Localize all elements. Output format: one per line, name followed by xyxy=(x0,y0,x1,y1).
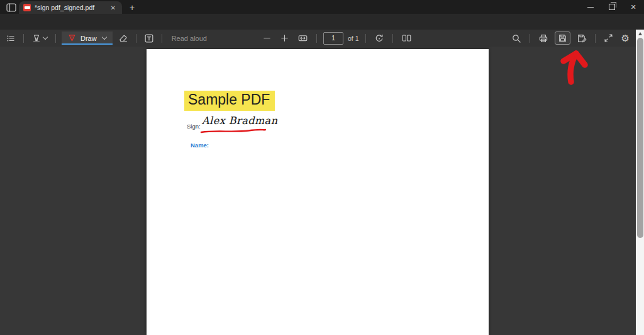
rotate-icon xyxy=(374,33,384,43)
pdf-page: Sample PDF Sign: Alex Bradman Name: xyxy=(147,49,489,335)
scrollbar-thumb[interactable] xyxy=(637,38,643,238)
minimize-icon xyxy=(587,7,594,8)
toolbar-divider xyxy=(392,34,393,43)
pdf-toolbar-right: ⚙ xyxy=(509,30,631,47)
fullscreen-button[interactable] xyxy=(602,31,615,45)
toolbar-divider xyxy=(55,34,56,43)
table-of-contents-icon xyxy=(6,33,16,43)
title-bar: *sign pdf_signed.pdf ✕ + ✕ xyxy=(0,0,644,14)
name-label: Name: xyxy=(191,142,209,149)
plus-icon xyxy=(280,33,289,43)
add-text-icon xyxy=(144,33,154,43)
search-icon xyxy=(511,33,521,43)
fit-to-width-button[interactable] xyxy=(296,31,310,45)
eraser-icon xyxy=(118,33,128,43)
save-as-button[interactable] xyxy=(575,31,589,45)
toolbar-divider xyxy=(595,34,596,43)
toolbar-divider xyxy=(23,34,24,43)
vertical-scrollbar[interactable] xyxy=(636,30,644,335)
toolbar-divider xyxy=(162,34,162,43)
page-number-input[interactable] xyxy=(323,32,343,45)
search-document-button[interactable] xyxy=(509,31,523,45)
pdf-file-icon xyxy=(23,4,31,11)
page-view-button[interactable] xyxy=(399,31,414,45)
scrollbar-up-arrow-icon[interactable] xyxy=(638,32,642,35)
page-view-icon xyxy=(401,33,412,43)
tab-title: *sign pdf_signed.pdf xyxy=(35,4,105,11)
zoom-in-button[interactable] xyxy=(278,31,291,45)
page-count-label: of 1 xyxy=(348,35,359,42)
pdf-toolbar-left: Draw Read aloud xyxy=(4,30,207,47)
document-title-highlighted: Sample PDF xyxy=(184,91,275,111)
settings-gear-icon[interactable]: ⚙ xyxy=(619,31,631,45)
table-of-contents-button[interactable] xyxy=(4,31,18,45)
restore-icon xyxy=(609,4,615,10)
pdf-viewer-canvas: Sample PDF Sign: Alex Bradman Name: xyxy=(0,47,644,335)
erase-tool-button[interactable] xyxy=(116,31,130,45)
zoom-out-button[interactable] xyxy=(260,31,274,45)
toolbar-divider xyxy=(316,34,317,43)
pdf-toolbar-center: of 1 xyxy=(260,30,414,47)
save-as-icon xyxy=(577,33,587,43)
save-icon xyxy=(558,33,567,43)
read-aloud-button[interactable]: Read aloud xyxy=(172,35,207,42)
toolbar-divider xyxy=(365,34,366,43)
restore-button[interactable] xyxy=(601,0,623,14)
close-button[interactable]: ✕ xyxy=(623,0,644,14)
rotate-button[interactable] xyxy=(372,31,386,45)
fit-width-icon xyxy=(297,33,308,43)
chevron-down-icon xyxy=(43,35,48,40)
save-button[interactable] xyxy=(555,31,570,45)
new-tab-button[interactable]: + xyxy=(126,2,138,13)
add-text-button[interactable] xyxy=(142,31,156,45)
chevron-down-icon xyxy=(101,35,106,40)
print-button[interactable] xyxy=(536,31,550,45)
toolbar-divider xyxy=(136,34,136,43)
printer-icon xyxy=(538,33,548,43)
fullscreen-icon xyxy=(604,33,613,43)
draw-pen-icon xyxy=(67,33,77,43)
address-bar: File C:/Users/ASUS/Desktop/New%20folder/… xyxy=(0,14,644,30)
browser-tab[interactable]: *sign pdf_signed.pdf ✕ xyxy=(19,1,122,14)
tab-actions-icon xyxy=(6,3,16,12)
draw-tool-button[interactable]: Draw xyxy=(62,31,113,45)
tab-close-icon[interactable]: ✕ xyxy=(109,4,118,12)
sign-label: Sign: xyxy=(187,123,201,130)
window-controls: ✕ xyxy=(580,0,644,14)
highlighter-icon xyxy=(31,33,42,43)
toolbar-divider xyxy=(530,34,530,43)
highlight-tool-button[interactable] xyxy=(30,31,50,45)
minimize-button[interactable] xyxy=(580,0,601,14)
red-arrow-annotation xyxy=(551,48,591,88)
signature-red-underline-annotation xyxy=(199,128,267,134)
signature-text: Alex Bradman xyxy=(202,115,277,127)
minus-icon xyxy=(262,33,272,43)
tab-actions-button[interactable] xyxy=(4,2,18,13)
draw-tool-label: Draw xyxy=(80,35,97,42)
